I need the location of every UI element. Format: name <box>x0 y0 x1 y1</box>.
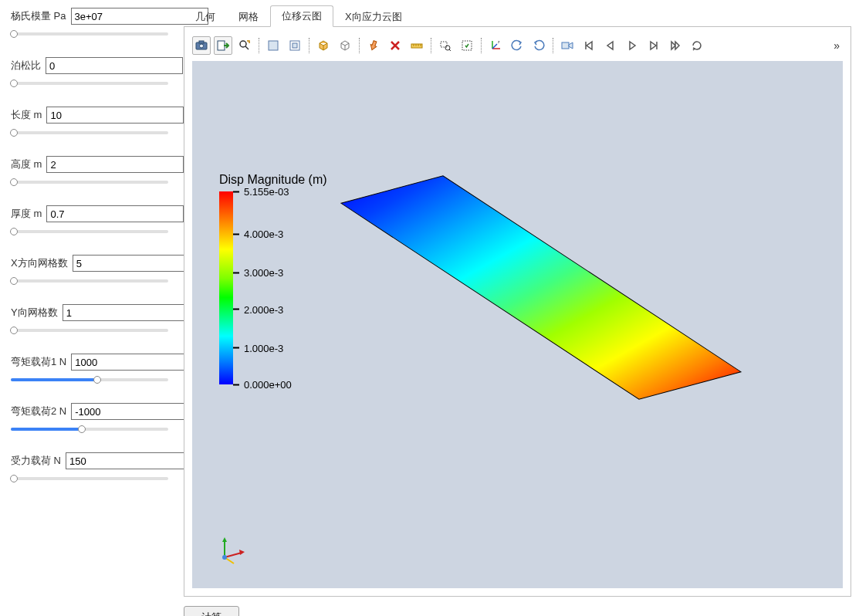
toolbar-overflow-icon[interactable]: » <box>830 39 843 52</box>
param-poisson: 泊松比 <box>11 57 168 90</box>
prev-frame-icon[interactable] <box>601 36 620 55</box>
legend-tick: 2.000e-3 <box>244 303 283 315</box>
length-slider[interactable] <box>11 127 168 139</box>
rotate-right-icon[interactable] <box>529 36 548 55</box>
delete-icon[interactable] <box>386 36 404 55</box>
param-force: 受力载荷 N <box>11 452 168 485</box>
toolbar-separator <box>259 38 259 53</box>
tab-mesh[interactable]: 网格 <box>227 6 270 27</box>
play-icon[interactable] <box>623 36 641 55</box>
thickness-slider[interactable] <box>11 225 168 238</box>
svg-line-16 <box>449 49 451 51</box>
viewer-panel: z <box>184 26 851 597</box>
toolbar-separator <box>359 38 360 53</box>
last-frame-icon[interactable] <box>666 36 685 55</box>
3d-viewport[interactable]: Disp Magnitude (m) 5.155e-03 4.000e-3 3.… <box>192 61 843 588</box>
tab-displacement[interactable]: 位移云图 <box>270 5 333 27</box>
tab-stress-x[interactable]: X向应力云图 <box>333 6 414 27</box>
param-youngs-modulus: 杨氏模量 Pa <box>11 8 168 40</box>
main-area: 几何 网格 位移云图 X向应力云图 <box>179 0 859 616</box>
screenshot-icon[interactable] <box>192 36 211 55</box>
color-legend: Disp Magnitude (m) 5.155e-03 4.000e-3 3.… <box>219 173 327 384</box>
length-input[interactable] <box>46 107 184 124</box>
svg-point-31 <box>222 555 227 560</box>
param-mesh-y: Y向网格数 <box>11 304 168 337</box>
cube-axes-icon[interactable] <box>314 36 333 55</box>
ruler-icon[interactable] <box>408 36 426 55</box>
svg-line-28 <box>225 553 242 557</box>
svg-rect-2 <box>199 41 204 43</box>
param-label: Y向网格数 <box>11 306 58 320</box>
export-icon[interactable] <box>214 36 232 55</box>
param-length: 长度 m <box>11 107 168 139</box>
moment1-slider[interactable] <box>11 374 168 386</box>
force-slider[interactable] <box>11 472 168 485</box>
svg-rect-22 <box>562 42 569 49</box>
height-slider[interactable] <box>11 176 168 188</box>
poisson-input[interactable] <box>46 57 183 74</box>
param-label: 长度 m <box>11 108 42 122</box>
legend-tick: 1.000e-3 <box>244 342 283 354</box>
surface-icon[interactable] <box>264 36 282 55</box>
param-label: 弯矩载荷1 N <box>11 355 66 369</box>
svg-line-5 <box>245 46 249 49</box>
legend-tick: 5.155e-03 <box>244 186 289 198</box>
svg-point-4 <box>240 41 246 47</box>
toolbar-separator <box>309 38 309 53</box>
svg-marker-25 <box>341 176 741 399</box>
bounds-icon[interactable] <box>286 36 304 55</box>
svg-point-1 <box>200 44 204 48</box>
loop-icon[interactable] <box>688 36 706 55</box>
zoom-box-icon[interactable] <box>436 36 455 55</box>
legend-tick: 0.000e+00 <box>244 379 292 391</box>
axes-triad-icon[interactable]: z <box>486 36 505 55</box>
glyph-icon[interactable] <box>364 36 383 55</box>
param-label: X方向网格数 <box>11 256 68 270</box>
camera-play-icon[interactable] <box>558 36 577 55</box>
calculate-button[interactable]: 计算 <box>184 606 239 616</box>
next-frame-icon[interactable] <box>644 36 663 55</box>
moment2-slider[interactable] <box>11 423 168 435</box>
param-label: 受力载荷 N <box>11 454 61 468</box>
view-tabs: 几何 网格 位移云图 X向应力云图 <box>184 5 851 26</box>
youngs-modulus-slider[interactable] <box>11 28 168 40</box>
wireframe-icon[interactable] <box>336 36 354 55</box>
axis-triad-icon <box>217 534 248 565</box>
param-moment1: 弯矩载荷1 N <box>11 354 168 386</box>
svg-line-20 <box>492 44 497 49</box>
param-label: 厚度 m <box>11 207 42 221</box>
first-frame-icon[interactable] <box>580 36 598 55</box>
thickness-input[interactable] <box>46 205 184 222</box>
svg-rect-8 <box>293 43 297 48</box>
toolbar-separator <box>481 38 482 53</box>
param-label: 弯矩载荷2 N <box>11 404 66 418</box>
poisson-slider[interactable] <box>11 77 168 90</box>
toolbar-separator <box>431 38 431 53</box>
legend-colorbar <box>219 191 233 384</box>
mesh-x-slider[interactable] <box>11 275 168 287</box>
viewer-toolbar: z <box>192 35 843 61</box>
param-label: 高度 m <box>11 157 42 171</box>
rotate-left-icon[interactable] <box>508 36 526 55</box>
select-icon[interactable] <box>458 36 476 55</box>
svg-text:z: z <box>498 39 500 44</box>
svg-rect-6 <box>269 41 278 50</box>
legend-tick: 3.000e-3 <box>244 267 283 279</box>
param-mesh-x: X方向网格数 <box>11 255 168 287</box>
param-thickness: 厚度 m <box>11 205 168 238</box>
svg-marker-29 <box>239 550 245 555</box>
mesh-y-slider[interactable] <box>11 324 168 337</box>
param-height: 高度 m <box>11 156 168 188</box>
reset-zoom-icon[interactable] <box>235 36 254 55</box>
tab-geometry[interactable]: 几何 <box>184 6 227 27</box>
svg-marker-27 <box>222 537 227 542</box>
svg-rect-3 <box>218 41 225 50</box>
legend-tick: 4.000e-3 <box>244 228 283 240</box>
param-moment2: 弯矩载荷2 N <box>11 403 168 435</box>
height-input[interactable] <box>46 156 184 173</box>
parameter-sidebar: 杨氏模量 Pa 泊松比 长度 m <box>0 0 179 616</box>
toolbar-separator <box>553 38 553 53</box>
param-label: 杨氏模量 Pa <box>11 9 66 23</box>
legend-title: Disp Magnitude (m) <box>219 173 327 187</box>
param-label: 泊松比 <box>11 59 41 73</box>
